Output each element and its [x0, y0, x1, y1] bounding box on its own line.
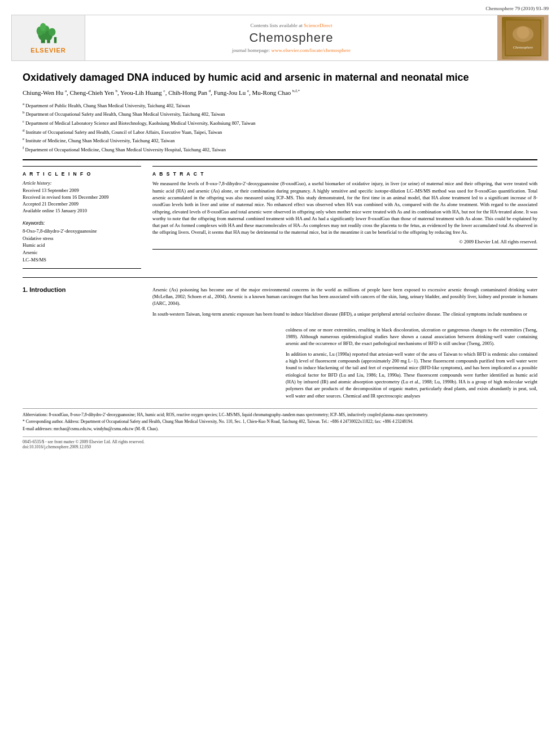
keyword-2: Humic acid [23, 242, 141, 249]
history-received: Received 13 September 2009 [23, 187, 141, 194]
affiliations: a Department of Public Health, Chung Sha… [23, 101, 537, 153]
full-width-intro: coldness of one or more extremities, res… [23, 326, 537, 403]
affiliation-d: d Institute of Occupational Safety and H… [23, 128, 537, 136]
homepage-label: journal homepage: [232, 47, 271, 53]
svg-point-7 [49, 28, 55, 36]
history-online: Available online 15 January 2010 [23, 208, 141, 215]
abstract-copyright: © 2009 Elsevier Ltd. All rights reserved… [152, 239, 537, 244]
intro-para-1: Arsenic (As) poisoning has become one of… [152, 286, 537, 307]
abstract-text: We measured the levels of 8-oxo-7,8-dihy… [152, 180, 537, 236]
bottom-footer: 0045-6535/$ - see front matter © 2009 El… [23, 436, 537, 449]
keyword-0: 8-Oxo-7,8-dihydro-2′-deoxyguanosine [23, 228, 141, 235]
journal-meta: Chemosphere 79 (2010) 93–99 [11, 6, 549, 11]
intro-col-right: coldness of one or more extremities, res… [286, 326, 537, 403]
abstract-box: A B S T R A C T We measured the levels o… [152, 166, 537, 250]
sciencedirect-link[interactable]: ScienceDirect [304, 23, 332, 28]
chemosphere-badge-image: Chemosphere [505, 18, 541, 58]
elsevier-text: ELSEVIER [30, 47, 65, 54]
keyword-4: LC–MS/MS [23, 256, 141, 264]
history-label: Article history: [23, 180, 141, 186]
section-divider [23, 277, 537, 278]
elsevier-logo: ELSEVIER [30, 22, 65, 54]
keyword-3: Arsenic [23, 249, 141, 256]
abstract-label: A B S T R A C T [152, 171, 537, 177]
intro-cols: coldness of one or more extremities, res… [23, 326, 537, 403]
footer-doi: doi:10.1016/j.chemosphere.2009.12.050 [23, 444, 537, 449]
abstract-col: A B S T R A C T We measured the levels o… [152, 166, 537, 268]
intro-section: 1. Introduction Arsenic (As) poisoning h… [23, 286, 537, 321]
article-info-box: A R T I C L E I N F O Article history: R… [23, 166, 141, 268]
article-info-abstract: A R T I C L E I N F O Article history: R… [23, 166, 537, 268]
intro-heading: 1. Introduction [23, 286, 141, 293]
affiliation-f: f Department of Occupational Medicine, C… [23, 145, 537, 154]
sciencedirect-line: Contents lists available at ScienceDirec… [251, 23, 333, 28]
article-history: Article history: Received 13 September 2… [23, 180, 141, 215]
affiliation-b: b Department of Occupational Safety and … [23, 110, 537, 118]
article-info-col: A R T I C L E I N F O Article history: R… [23, 166, 141, 268]
page: Chemosphere 79 (2010) 93–99 [0, 0, 560, 747]
footnote-corresponding: * Corresponding author. Address: Departm… [23, 419, 537, 425]
header-main: ELSEVIER Contents lists available at Sci… [11, 15, 549, 61]
footnote-email: E-mail addresses: mrchao@csmu.edu.tw, wi… [23, 426, 537, 433]
homepage-url[interactable]: www.elsevier.com/locate/chemosphere [272, 47, 351, 53]
svg-rect-8 [54, 37, 56, 43]
intro-para-3: coldness of one or more extremities, res… [286, 326, 537, 347]
footer-copyright: 0045-6535/$ - see front matter © 2009 El… [23, 439, 537, 444]
article-info-label: A R T I C L E I N F O [23, 171, 141, 177]
journal-title: Chemosphere [249, 30, 333, 45]
affiliation-a: a Department of Public Health, Chung Sha… [23, 101, 537, 110]
svg-point-13 [517, 27, 529, 39]
chemosphere-badge: Chemosphere [502, 17, 544, 59]
affiliation-e: e Institute of Medicine, Chung Shan Medi… [23, 136, 537, 145]
intro-para-4: In addition to arsenic, Lu (1990a) repor… [286, 351, 537, 399]
journal-header: Chemosphere 79 (2010) 93–99 [0, 0, 560, 61]
affiliation-c: c Department of Medical Laboratory Scien… [23, 119, 537, 127]
intro-left: 1. Introduction [23, 286, 141, 321]
header-center: Contents lists available at ScienceDirec… [85, 15, 497, 60]
intro-right: Arsenic (As) poisoning has become one of… [152, 286, 537, 321]
intro-col-left [23, 326, 274, 403]
svg-text:Chemosphere: Chemosphere [513, 45, 533, 49]
footnotes-area: Abbreviations: 8-oxodGuo, 8-oxo-7,8-dihy… [23, 408, 537, 433]
keywords-label: Keywords: [23, 220, 141, 226]
footnote-abbreviations: Abbreviations: 8-oxodGuo, 8-oxo-7,8-dihy… [23, 412, 537, 418]
chemosphere-badge-area: Chemosphere [497, 15, 548, 60]
article-title: Oxidatively damaged DNA induced by humic… [23, 71, 537, 84]
keywords-section: Keywords: 8-Oxo-7,8-dihydro-2′-deoxyguan… [23, 220, 141, 264]
history-revised: Received in revised form 16 December 200… [23, 194, 141, 201]
elsevier-logo-area: ELSEVIER [12, 15, 85, 60]
authors-line: Chiung-Wen Hu a, Cheng-Chieh Yen b, Yeou… [23, 89, 537, 97]
elsevier-tree-icon [34, 22, 63, 45]
sciencedirect-prefix: Contents lists available at [251, 23, 304, 28]
content-area: Oxidatively damaged DNA induced by humic… [0, 61, 560, 449]
intro-para-2: In south-western Taiwan, long-term arsen… [152, 311, 537, 317]
keyword-1: Oxidative stress [23, 235, 141, 242]
article-title-section: Oxidatively damaged DNA induced by humic… [23, 61, 537, 160]
history-accepted: Accepted 21 December 2009 [23, 201, 141, 208]
svg-point-4 [40, 23, 46, 31]
journal-homepage: journal homepage: www.elsevier.com/locat… [232, 47, 351, 53]
